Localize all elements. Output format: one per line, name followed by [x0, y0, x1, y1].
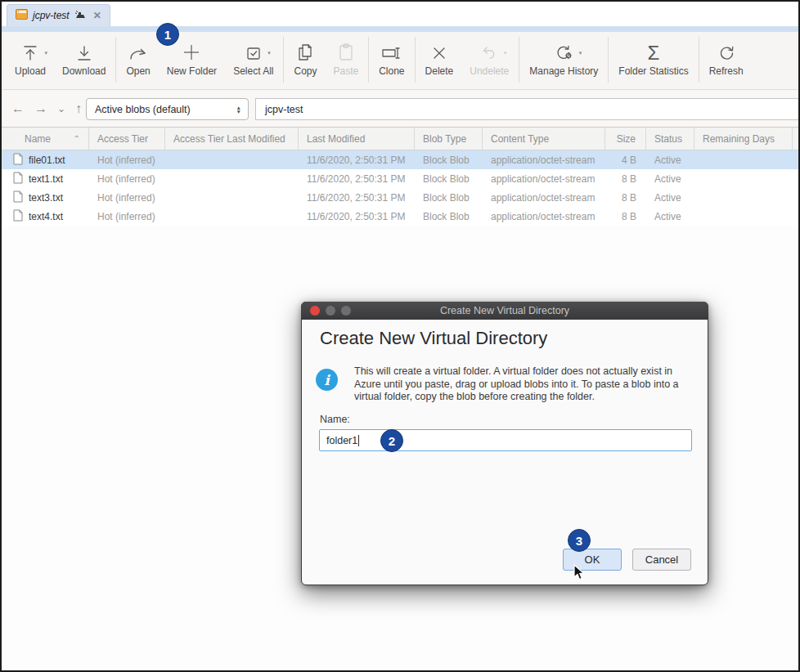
column-header-access-tier[interactable]: Access Tier — [89, 128, 165, 150]
toolbar-separator — [368, 37, 369, 83]
column-header-filler — [793, 128, 800, 150]
toolbar-separator — [699, 37, 699, 83]
table-row[interactable]: file01.txtHot (inferred)11/6/2020, 2:50:… — [2, 150, 798, 169]
dialog-heading: Create New Virtual Directory — [320, 328, 547, 349]
cell-content-type: application/octet-stream — [483, 173, 605, 185]
toolbar-button-label: Manage History — [529, 65, 598, 77]
toolbar-button-open[interactable]: Open — [118, 32, 158, 89]
cell-last-modified: 11/6/2020, 2:50:31 PM — [299, 211, 415, 222]
mouse-cursor — [573, 564, 586, 585]
paste-icon — [336, 42, 356, 63]
navigation-bar: ← → ⌄ ↑ Active blobs (default) ▲▼ jcpv-t… — [2, 90, 798, 128]
cell-size: 8 B — [605, 173, 646, 185]
close-tab-icon[interactable]: ✕ — [93, 10, 101, 21]
cell-access-tier: Hot (inferred) — [89, 192, 165, 204]
forward-icon[interactable]: → — [34, 102, 47, 115]
cell-name: text4.txt — [2, 209, 89, 224]
delete-icon — [429, 42, 449, 63]
toolbar-button-upload[interactable]: ▾Upload — [7, 32, 54, 89]
file-icon — [13, 153, 23, 168]
name-label: Name: — [320, 414, 350, 425]
toolbar-button-label: Folder Statistics — [618, 65, 688, 77]
new-folder-icon — [181, 42, 202, 63]
column-header-status[interactable]: Status — [646, 128, 694, 150]
column-header-access-tier-last-modified[interactable]: Access Tier Last Modified — [165, 128, 299, 150]
folder-name-input[interactable]: folder1 — [319, 429, 692, 451]
column-header-remaining-days[interactable]: Remaining Days — [694, 128, 793, 150]
table-row[interactable]: text4.txtHot (inferred)11/6/2020, 2:50:3… — [2, 207, 798, 226]
cell-content-type: application/octet-stream — [483, 192, 605, 204]
active-tab-strip — [2, 26, 798, 32]
cell-last-modified: 11/6/2020, 2:50:31 PM — [299, 155, 415, 166]
toolbar-button-label: Undelete — [470, 65, 509, 77]
cell-content-type: application/octet-stream — [483, 155, 605, 166]
upload-icon: ▾ — [20, 42, 40, 63]
toolbar-button-label: Select All — [233, 65, 273, 77]
annotation-badge-2: 2 — [380, 429, 403, 452]
tab-title: jcpv-test — [33, 10, 70, 21]
text-caret — [358, 435, 359, 446]
cell-status: Active — [646, 173, 694, 185]
table-body: file01.txtHot (inferred)11/6/2020, 2:50:… — [2, 150, 798, 226]
file-icon — [13, 209, 23, 224]
toolbar-button-paste: Paste — [326, 32, 367, 89]
column-header-content-type[interactable]: Content Type — [483, 128, 605, 150]
ok-button[interactable]: OK — [563, 549, 622, 571]
annotation-badge-3: 3 — [568, 529, 591, 552]
download-icon — [74, 42, 94, 63]
column-header-blob-type[interactable]: Blob Type — [415, 128, 483, 150]
cell-blob-type: Block Blob — [415, 211, 483, 222]
path-value: jcpv-test — [265, 104, 303, 115]
toolbar-separator — [283, 37, 284, 83]
cell-name: file01.txt — [2, 153, 89, 168]
toolbar-button-label: New Folder — [167, 65, 217, 77]
chevron-down-icon[interactable]: ⌄ — [57, 104, 65, 114]
toolbar-button-label: Paste — [334, 65, 359, 77]
connected-indicator-icon — [74, 8, 87, 23]
path-input[interactable]: jcpv-test — [255, 98, 798, 120]
dialog-info-text: This will create a virtual folder. A vir… — [354, 365, 698, 404]
cell-status: Active — [646, 155, 694, 166]
toolbar-separator — [415, 37, 416, 83]
undelete-icon: ▾ — [479, 42, 499, 63]
toolbar-button-download[interactable]: Download — [54, 32, 114, 89]
cell-status: Active — [646, 192, 694, 204]
toolbar-button-refresh[interactable]: Refresh — [701, 32, 752, 89]
column-header-name[interactable]: Name⌃ — [2, 128, 89, 150]
cell-access-tier: Hot (inferred) — [89, 211, 165, 222]
table-row[interactable]: text3.txtHot (inferred)11/6/2020, 2:50:3… — [2, 188, 798, 207]
create-virtual-directory-dialog: Create New Virtual Directory Create New … — [301, 302, 708, 585]
cell-status: Active — [646, 211, 694, 222]
toolbar-button-manage-history[interactable]: ▾Manage History — [521, 32, 606, 89]
toolbar: ▾UploadDownloadOpenNew Folder▾Select All… — [2, 32, 798, 90]
toolbar-button-select-all[interactable]: ▾Select All — [225, 32, 281, 89]
tab-jcpv-test[interactable]: jcpv-test ✕ — [7, 4, 110, 26]
toolbar-button-delete[interactable]: Delete — [417, 32, 462, 89]
cancel-button[interactable]: Cancel — [632, 549, 691, 571]
blob-container-icon — [16, 8, 28, 23]
toolbar-button-folder-statistics[interactable]: ΣFolder Statistics — [610, 32, 696, 89]
toolbar-separator — [519, 37, 519, 83]
folder-name-value: folder1 — [326, 435, 357, 446]
toolbar-button-label: Delete — [425, 65, 454, 77]
dialog-titlebar: Create New Virtual Directory — [301, 302, 708, 320]
up-icon[interactable]: ↑ — [75, 102, 82, 115]
copy-icon — [295, 42, 315, 63]
file-icon — [13, 172, 23, 186]
blob-view-select[interactable]: Active blobs (default) ▲▼ — [86, 98, 249, 120]
toolbar-button-label: Copy — [294, 65, 317, 77]
cell-blob-type: Block Blob — [415, 173, 483, 185]
annotation-badge-1: 1 — [156, 23, 179, 46]
toolbar-button-clone[interactable]: Clone — [371, 32, 412, 89]
select-all-icon: ▾ — [244, 42, 263, 63]
toolbar-button-label: Upload — [15, 65, 46, 77]
back-icon[interactable]: ← — [11, 102, 25, 115]
toolbar-button-copy[interactable]: Copy — [285, 32, 325, 89]
select-stepper-icon: ▲▼ — [236, 105, 241, 114]
column-header-last-modified[interactable]: Last Modified — [299, 128, 415, 150]
refresh-icon — [717, 42, 736, 63]
file-icon — [13, 190, 23, 205]
column-header-size[interactable]: Size — [605, 128, 646, 150]
table-row[interactable]: text1.txtHot (inferred)11/6/2020, 2:50:3… — [2, 169, 798, 188]
clone-icon — [380, 42, 403, 63]
